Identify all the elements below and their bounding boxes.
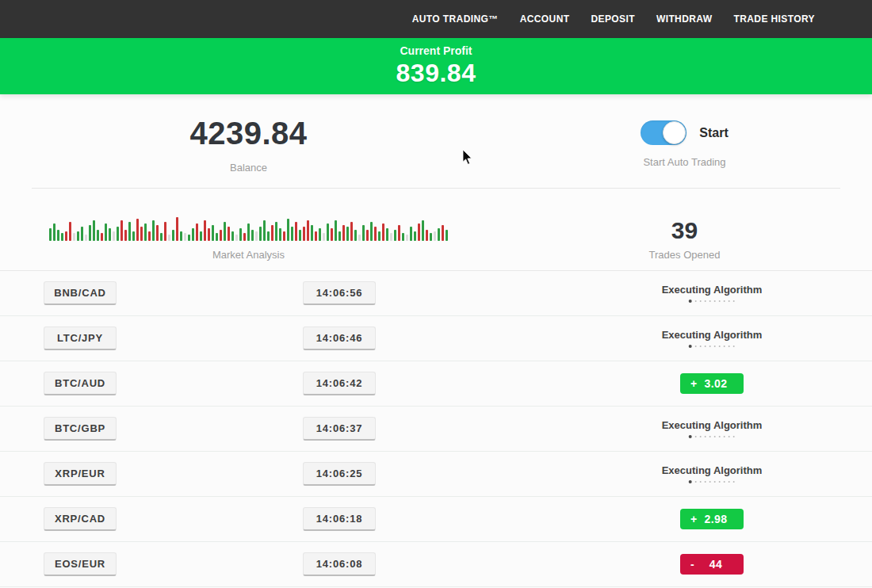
progress-dots xyxy=(689,300,735,303)
table-row: BNB/CAD 14:06:56 Executing Algorithm xyxy=(0,271,872,316)
progress-dots xyxy=(689,345,735,348)
chart-bar xyxy=(49,228,52,241)
executing-indicator: Executing Algorithm xyxy=(662,329,763,348)
chart-bar xyxy=(188,235,190,241)
chart-bar xyxy=(271,225,273,241)
chart-bar xyxy=(168,235,170,241)
chart-bar xyxy=(113,231,115,241)
progress-dot xyxy=(709,346,711,347)
pair-chip: BTC/AUD xyxy=(44,372,117,395)
progress-dot xyxy=(700,300,702,302)
chart-bar xyxy=(247,223,250,241)
chart-bar xyxy=(148,231,151,241)
progress-dot xyxy=(695,436,697,437)
progress-dot xyxy=(719,346,721,347)
trades-opened-label: Trades Opened xyxy=(649,249,721,261)
chart-bar xyxy=(346,227,349,241)
pair-chip: EOS/EUR xyxy=(44,552,117,576)
executing-label: Executing Algorithm xyxy=(662,419,763,431)
top-nav: AUTO TRADING™ACCOUNTDEPOSITWITHDRAWTRADE… xyxy=(0,0,872,38)
chart-bar xyxy=(370,222,373,241)
nav-item[interactable]: WITHDRAW xyxy=(656,13,713,25)
chart-bar xyxy=(263,220,266,241)
chart-bar xyxy=(283,231,285,241)
profit-banner-label: Current Profit xyxy=(400,44,472,57)
chart-bar xyxy=(342,225,345,241)
chart-bar xyxy=(394,230,396,241)
chart-bar xyxy=(144,223,147,241)
profit-banner: Current Profit 839.84 xyxy=(0,38,872,94)
chart-bar xyxy=(204,220,206,241)
trades-opened-block: 39 Trades Opened xyxy=(497,189,872,270)
progress-dot xyxy=(733,300,735,302)
chart-bar xyxy=(442,225,444,241)
pair-chip: BTC/GBP xyxy=(44,417,117,441)
table-row: EOS/EUR 14:06:08 - 44 xyxy=(0,542,872,587)
chart-bar xyxy=(77,231,79,241)
result-sign: - xyxy=(690,558,694,571)
progress-dot xyxy=(689,300,692,303)
chart-bar xyxy=(390,233,392,241)
progress-dot xyxy=(689,480,692,483)
nav-item[interactable]: ACCOUNT xyxy=(520,13,570,25)
progress-dot xyxy=(729,436,730,437)
trade-status: Executing Algorithm xyxy=(662,284,763,303)
auto-trading-toggle[interactable] xyxy=(641,120,687,145)
chart-bar xyxy=(208,228,210,241)
progress-dot xyxy=(724,436,725,437)
nav-item[interactable]: TRADE HISTORY xyxy=(733,13,815,25)
chart-bar xyxy=(61,233,63,241)
time-chip: 14:06:18 xyxy=(303,507,376,531)
progress-dot xyxy=(729,346,730,347)
trades-table: BNB/CAD 14:06:56 Executing Algorithm LTC… xyxy=(0,270,872,587)
chart-bar xyxy=(128,222,131,241)
chart-bar xyxy=(152,220,155,241)
chart-bar xyxy=(224,222,226,241)
chart-bar xyxy=(93,220,95,241)
time-chip: 14:06:25 xyxy=(303,462,376,486)
chart-bar xyxy=(136,219,139,241)
pair-chip: XRP/CAD xyxy=(44,507,117,531)
progress-dot xyxy=(733,346,735,347)
progress-dot xyxy=(719,436,721,437)
chart-bar xyxy=(101,233,103,241)
nav-item[interactable]: AUTO TRADING™ xyxy=(412,13,499,25)
chart-bar xyxy=(192,228,194,241)
result-badge: - 44 xyxy=(680,554,744,575)
chart-bar xyxy=(319,228,321,241)
chart-bar xyxy=(97,230,99,241)
chart-bar xyxy=(255,231,258,241)
nav-menu: AUTO TRADING™ACCOUNTDEPOSITWITHDRAWTRADE… xyxy=(412,13,815,25)
chart-bar xyxy=(73,233,75,241)
trades-opened-value: 39 xyxy=(671,219,698,242)
chart-bar xyxy=(382,223,384,241)
progress-dot xyxy=(724,300,725,302)
chart-bar xyxy=(422,220,424,241)
chart-bar xyxy=(156,225,159,241)
chart-bar xyxy=(53,223,55,241)
chart-bar xyxy=(180,231,182,241)
time-chip: 14:06:46 xyxy=(303,326,376,350)
chart-bar xyxy=(105,223,107,241)
chart-bar xyxy=(89,225,91,241)
chart-bar xyxy=(196,223,198,241)
pair-chip: BNB/CAD xyxy=(44,281,117,305)
chart-bar xyxy=(57,230,59,241)
chart-bar xyxy=(386,228,388,241)
result-value: 2.98 xyxy=(696,513,727,525)
chart-bar xyxy=(220,230,222,241)
chart-bar xyxy=(287,219,289,241)
balance-value: 4239.84 xyxy=(189,116,307,151)
time-chip: 14:06:56 xyxy=(303,281,376,305)
progress-dot xyxy=(714,481,716,483)
chart-bar xyxy=(311,225,313,241)
chart-bar xyxy=(430,233,432,241)
result-badge: + 3.02 xyxy=(680,373,744,394)
chart-bar xyxy=(243,233,246,241)
trade-status: - 44 xyxy=(680,554,744,575)
nav-item[interactable]: DEPOSIT xyxy=(591,13,634,25)
chart-bar xyxy=(338,231,341,241)
progress-dot xyxy=(714,346,716,347)
time-chip: 14:06:37 xyxy=(303,417,376,441)
chart-bar xyxy=(81,227,83,241)
